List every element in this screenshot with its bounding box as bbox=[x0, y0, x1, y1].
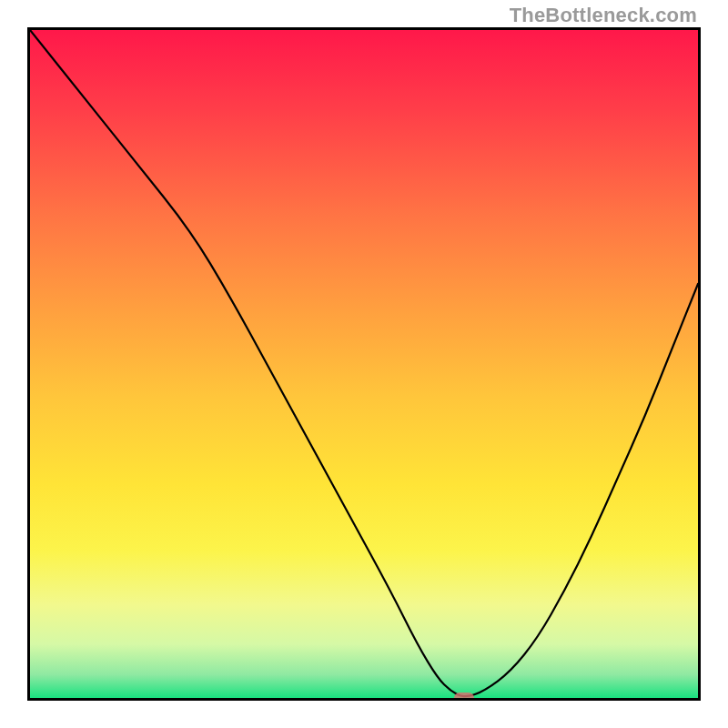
chart-container: TheBottleneck.com bbox=[0, 0, 728, 728]
bottleneck-curve bbox=[30, 30, 698, 696]
curve-layer bbox=[30, 30, 698, 698]
optimal-marker bbox=[454, 693, 474, 701]
plot-area bbox=[27, 27, 701, 701]
watermark-text: TheBottleneck.com bbox=[510, 4, 697, 27]
